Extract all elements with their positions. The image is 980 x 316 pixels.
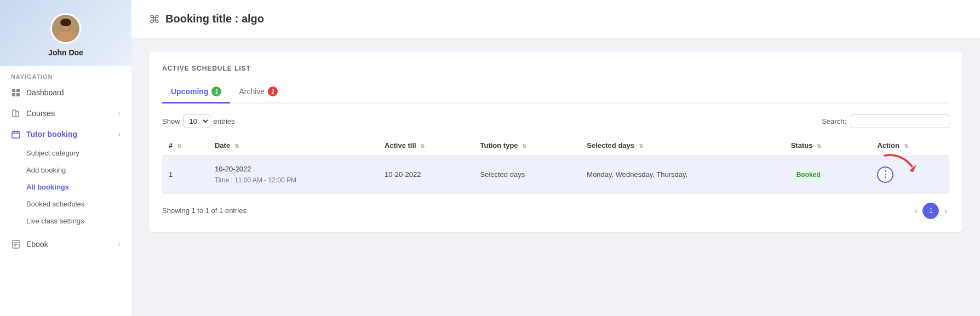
- action-menu-button[interactable]: ⋮: [877, 166, 893, 183]
- col-header-active-till: Active till ⇅: [378, 136, 474, 156]
- col-header-selected-days: Selected days ⇅: [580, 136, 784, 156]
- search-input[interactable]: [851, 114, 949, 128]
- cell-date: 10-20-2022 Time : 11:00 AM - 12:00 PM: [208, 156, 378, 193]
- showing-label: Showing 1 to 1 of 1 entries: [162, 206, 247, 215]
- sidebar-item-ebook[interactable]: Ebook ›: [0, 234, 131, 255]
- sub-item-add-booking[interactable]: Add booking: [0, 162, 131, 179]
- sort-icon-selected-days: ⇅: [639, 143, 643, 149]
- header-bar: ⌘ Booking title : algo: [131, 0, 980, 38]
- sidebar-item-dashboard[interactable]: Dashboard: [0, 82, 131, 103]
- data-table: # ⇅ Date ⇅ Active till ⇅ Tution type: [162, 136, 949, 194]
- nav-label: NAVIGATION: [0, 66, 131, 82]
- tab-upcoming[interactable]: Upcoming 1: [162, 81, 230, 104]
- next-page-button[interactable]: ›: [942, 206, 949, 215]
- svg-point-4: [61, 19, 71, 25]
- tabs: Upcoming 1 Archive 2: [162, 81, 949, 104]
- sidebar: John Doe NAVIGATION Dashboard Courses › …: [0, 0, 131, 316]
- prev-page-button[interactable]: ‹: [913, 206, 920, 215]
- ebook-icon: [11, 239, 21, 249]
- show-label: Show: [162, 117, 180, 125]
- svg-rect-7: [12, 93, 15, 96]
- svg-point-0: [56, 31, 76, 41]
- table-row: 1 10-20-2022 Time : 11:00 AM - 12:00 PM …: [162, 156, 949, 193]
- search-label: Search:: [822, 117, 846, 125]
- table-footer: Showing 1 to 1 of 1 entries ‹ 1 ›: [162, 203, 949, 219]
- main-content: ⌘ Booking title : algo ACTIVE SCHEDULE L…: [131, 0, 980, 316]
- sort-icon-status: ⇅: [817, 143, 821, 149]
- col-header-action: Action ⇅: [870, 136, 949, 156]
- tab-archive-badge: 2: [268, 87, 278, 96]
- col-header-tution-type: Tution type ⇅: [473, 136, 580, 156]
- show-entries: Show 10 25 50 entries: [162, 114, 235, 128]
- entries-select[interactable]: 10 25 50: [184, 114, 210, 128]
- calendar-icon: [11, 129, 21, 139]
- sort-icon-action: ⇅: [904, 143, 908, 149]
- svg-rect-9: [12, 131, 20, 138]
- sub-item-subject-category[interactable]: Subject category: [0, 145, 131, 162]
- page-1-button[interactable]: 1: [922, 203, 939, 219]
- cmd-icon: ⌘: [149, 13, 160, 26]
- sidebar-item-label-courses: Courses: [26, 109, 55, 118]
- search-area: Search:: [822, 114, 949, 128]
- content-area: ACTIVE SCHEDULE LIST Upcoming 1 Archive …: [131, 38, 980, 316]
- sidebar-item-label-tutor-booking: Tutor booking: [26, 130, 77, 139]
- col-header-status: Status ⇅: [784, 136, 871, 156]
- tab-archive-label: Archive: [239, 87, 265, 96]
- tab-upcoming-badge: 1: [211, 87, 221, 96]
- svg-rect-5: [12, 89, 15, 92]
- sidebar-item-label-ebook: Ebook: [26, 240, 48, 249]
- avatar-area: John Doe: [0, 0, 131, 66]
- section-label: ACTIVE SCHEDULE LIST: [162, 65, 949, 72]
- sort-icon-date: ⇅: [234, 143, 239, 149]
- book-icon: [11, 108, 21, 118]
- cell-active-till: 10-20-2022: [378, 156, 474, 193]
- sub-item-booked-schedules[interactable]: Booked schedules: [0, 196, 131, 212]
- sort-icon-tution-type: ⇅: [522, 143, 526, 149]
- chevron-right-icon-ebook: ›: [118, 240, 121, 248]
- col-header-num: # ⇅: [162, 136, 208, 156]
- status-badge: Booked: [791, 170, 826, 180]
- sidebar-item-courses[interactable]: Courses ›: [0, 103, 131, 124]
- cell-tution-type: Selected days: [473, 156, 580, 193]
- action-cell: ⋮: [877, 166, 943, 183]
- sub-item-all-bookings[interactable]: All bookings: [0, 179, 131, 196]
- grid-icon: [11, 88, 21, 97]
- pagination: ‹ 1 ›: [913, 203, 949, 219]
- avatar: [50, 13, 81, 44]
- table-controls: Show 10 25 50 entries Search:: [162, 114, 949, 128]
- username: John Doe: [48, 48, 83, 57]
- entries-label: entries: [214, 117, 235, 125]
- tab-archive[interactable]: Archive 2: [230, 81, 286, 104]
- col-header-date: Date ⇅: [208, 136, 378, 156]
- cell-action: ⋮: [870, 156, 949, 193]
- page-title: Booking title : algo: [165, 13, 264, 25]
- svg-rect-8: [16, 93, 20, 96]
- sub-item-live-class-settings[interactable]: Live class settings: [0, 212, 131, 229]
- sort-icon-active-till: ⇅: [420, 143, 425, 149]
- sidebar-item-tutor-booking[interactable]: Tutor booking ›: [0, 124, 131, 145]
- svg-rect-6: [16, 89, 20, 92]
- sidebar-item-label-dashboard: Dashboard: [26, 88, 64, 97]
- schedule-card: ACTIVE SCHEDULE LIST Upcoming 1 Archive …: [149, 51, 962, 232]
- chevron-right-icon-booking: ›: [118, 130, 121, 138]
- sort-icon-num: ⇅: [177, 143, 181, 149]
- svg-marker-11: [909, 164, 916, 172]
- cell-num: 1: [162, 156, 208, 193]
- cell-status: Booked: [784, 156, 871, 193]
- chevron-right-icon: ›: [118, 110, 121, 117]
- tab-upcoming-label: Upcoming: [171, 87, 208, 96]
- cell-selected-days: Monday, Wednesday, Thursday,: [580, 156, 784, 193]
